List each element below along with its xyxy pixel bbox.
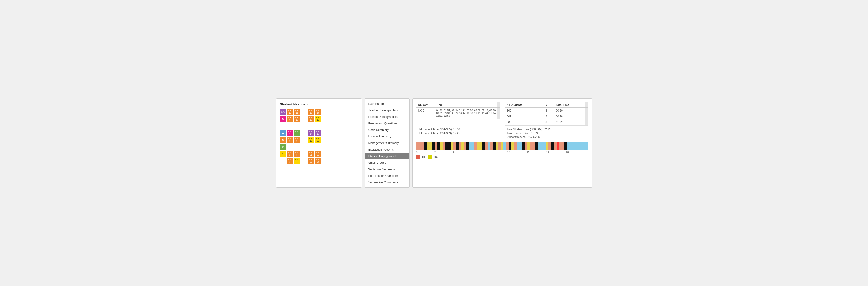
- cell-time: 01:50, 01:54, 02:40, 02:54, 03:20, 05:08…: [434, 108, 500, 119]
- row-label: 5: [280, 116, 286, 122]
- axis-label: 4: [453, 151, 454, 154]
- timeline-segment: [469, 142, 472, 150]
- timeline-segment: [520, 142, 522, 150]
- heatmap-row: 1G1: 2G1: 3G6: 21G6: 22: [280, 151, 358, 157]
- axis-label: 6: [471, 151, 472, 154]
- heatmap-cell: [329, 158, 335, 164]
- timeline-segment: [456, 142, 459, 150]
- timeline-segment: [464, 142, 466, 150]
- heatmap-cell: [343, 109, 349, 115]
- heatmap-cell: G4: 13: [308, 109, 314, 115]
- timeline-segment: [459, 142, 461, 150]
- timeline-segment: [522, 142, 525, 150]
- timeline-segment: [474, 142, 477, 150]
- timeline-segment: [493, 142, 496, 150]
- row-label: 3: [280, 137, 286, 143]
- cell-count: 8: [544, 119, 554, 125]
- timeline-segment: [578, 142, 580, 150]
- timeline-segment: [435, 142, 437, 150]
- data-panel: Student Time NC-0 01:50, 01:54, 02:40, 0…: [412, 98, 592, 188]
- cell-total-time: 00:20: [554, 108, 588, 114]
- heatmap-cell: [301, 130, 307, 136]
- heatmap-cell: [329, 109, 335, 115]
- nav-item-interaction-patterns[interactable]: Interaction Patterns: [365, 146, 409, 153]
- heatmap-cell: [287, 144, 293, 150]
- nav-item-pre-lesson-questions[interactable]: Pre-Lesson Questions: [365, 120, 409, 127]
- axis-label: 0: [416, 151, 417, 154]
- nav-item-data-buttons[interactable]: Data Buttons: [365, 100, 409, 107]
- timeline-segment: [443, 142, 445, 150]
- timeline-segment: [501, 142, 504, 150]
- heatmap-cell: G3: 9: [287, 116, 293, 122]
- timeline-segment: [448, 142, 451, 150]
- timeline-segment: [498, 142, 501, 150]
- axis-label: 18: [585, 151, 588, 154]
- heatmap-cell: [322, 123, 328, 129]
- heatmap-cell: [329, 151, 335, 157]
- heatmap-cell: G5: 18: [315, 130, 321, 136]
- table-row: S08 8 01:32: [505, 119, 588, 125]
- heatmap-row: 5G3: 9G3: 12G4: 15G4: 16: [280, 116, 358, 122]
- heatmap-cell: [301, 151, 307, 157]
- timeline-segment: [517, 142, 520, 150]
- nav-item-student-engagement[interactable]: Student Engagement: [365, 153, 409, 159]
- heatmap-cell: [343, 116, 349, 122]
- heatmap-cell: [343, 151, 349, 157]
- heatmap-cell: [329, 137, 335, 143]
- timeline-segment: [580, 142, 583, 150]
- nav-item-management-summary[interactable]: Management Summary: [365, 140, 409, 146]
- timeline-segment: [570, 142, 572, 150]
- timeline-segment: [543, 142, 546, 150]
- nav-item-small-groups[interactable]: Small Groups: [365, 159, 409, 166]
- timeline-segment: [503, 142, 506, 150]
- scrollbar-right[interactable]: [585, 102, 588, 125]
- heatmap-cell: [322, 151, 328, 157]
- heatmap-cell: [343, 123, 349, 129]
- heatmap-cell: [336, 123, 342, 129]
- heatmap-cell: G3: 12: [294, 116, 300, 122]
- nav-item-summative-comments[interactable]: Summative Comments: [365, 179, 409, 186]
- heatmap-cell: [336, 137, 342, 143]
- nav-item-lesson-demographics[interactable]: Lesson Demographics: [365, 114, 409, 120]
- nav-item-lesson-summary[interactable]: Lesson Summary: [365, 133, 409, 140]
- total-s06-s09: Total Student Time (S06-S09): 02:23: [507, 128, 588, 131]
- heatmap-cell: [301, 123, 307, 129]
- timeline-segment: [485, 142, 488, 150]
- axis-label: 10: [507, 151, 510, 154]
- heatmap-cell: [322, 137, 328, 143]
- heatmap-cell: [336, 158, 342, 164]
- nav-item-teacher-demographics[interactable]: Teacher Demographics: [365, 107, 409, 114]
- nav-item-wait-time-summary[interactable]: Wait-Time Summary: [365, 166, 409, 172]
- heatmap-cell: [336, 109, 342, 115]
- heatmap-cell: [301, 109, 307, 115]
- timeline-segment: [506, 142, 509, 150]
- heatmap-cell: [343, 130, 349, 136]
- heatmap-cell: G6: 21: [308, 151, 314, 157]
- timeline-segment: [512, 142, 514, 150]
- heatmap-cell: [343, 137, 349, 143]
- nav-item-post-lesson-questions[interactable]: Post Lesson Questions: [365, 172, 409, 179]
- nav-item-code-summary[interactable]: Code Summary: [365, 127, 409, 133]
- timeline-segment: [419, 142, 422, 150]
- col-student-header: Student: [416, 102, 435, 108]
- timeline-segment: [496, 142, 498, 150]
- timeline-segment: [554, 142, 557, 150]
- heatmap-cell: [343, 144, 349, 150]
- timeline-segment: [432, 142, 435, 150]
- row-label: [280, 123, 286, 129]
- timeline-segment: [424, 142, 427, 150]
- heatmap-cell: [350, 144, 356, 150]
- row-label: 1: [280, 151, 286, 157]
- col-count-header: #: [544, 102, 554, 108]
- heatmap-cell: [336, 130, 342, 136]
- cell-total-time: 00:28: [554, 114, 588, 119]
- scrollbar-left[interactable]: [497, 102, 500, 119]
- heatmap-cell: G2: 5: [287, 137, 293, 143]
- heatmap-cell: G5: 17: [308, 130, 314, 136]
- timeline-segment: [538, 142, 541, 150]
- totals-right: Total Student Time (S06-S09): 02:23 Tota…: [507, 128, 588, 138]
- legend-color-box: [429, 155, 432, 159]
- timeline-axis: 024681012141618: [416, 151, 588, 154]
- axis-label: 12: [527, 151, 529, 154]
- cell-count: 3: [544, 108, 554, 114]
